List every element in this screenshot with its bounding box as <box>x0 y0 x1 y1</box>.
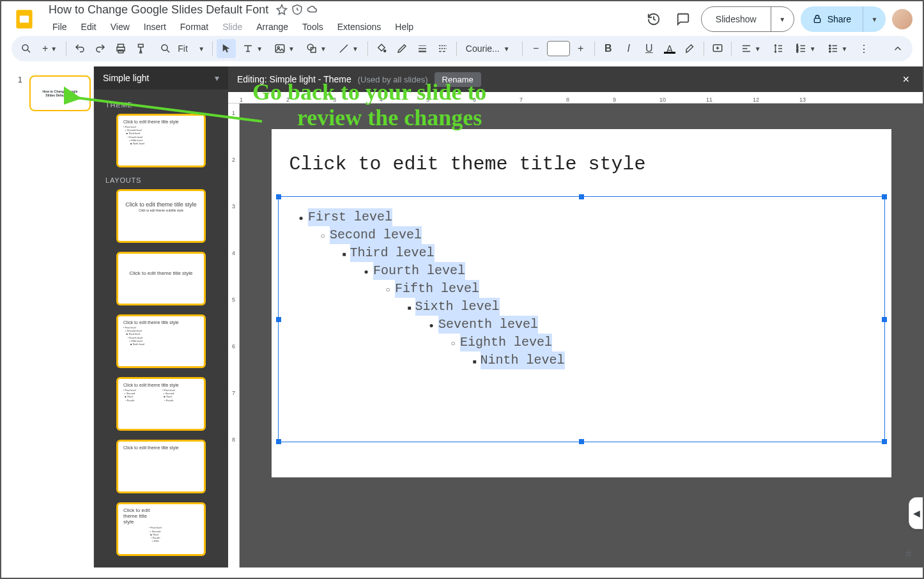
rename-button[interactable]: Rename <box>435 72 481 87</box>
theme-panel: Simple light ▾ THEME Click to edit theme… <box>94 66 228 567</box>
menu-help[interactable]: Help <box>389 19 420 35</box>
paint-format-icon[interactable] <box>132 39 151 58</box>
level-text[interactable]: Sixth level <box>415 298 500 316</box>
theme-section-label: THEME <box>105 101 219 109</box>
close-icon[interactable]: ✕ <box>898 72 914 87</box>
svg-point-7 <box>162 45 167 50</box>
border-dash-icon[interactable] <box>433 39 452 58</box>
border-color-icon[interactable] <box>392 39 412 58</box>
menu-format[interactable]: Format <box>174 19 215 35</box>
svg-point-18 <box>829 48 830 49</box>
level-text[interactable]: Fourth level <box>373 262 465 280</box>
print-icon[interactable] <box>111 39 130 58</box>
resize-handle[interactable] <box>276 194 281 199</box>
vertical-ruler[interactable]: 12345678 <box>228 104 240 567</box>
comment-icon[interactable] <box>672 8 695 31</box>
level-text[interactable]: Second level <box>330 226 422 244</box>
search-icon[interactable] <box>17 39 36 58</box>
share-button[interactable]: Share <box>801 9 863 29</box>
underline-icon[interactable]: U <box>640 39 659 58</box>
line-tool[interactable]: ▼ <box>333 39 364 58</box>
resize-handle[interactable] <box>276 317 281 322</box>
layout-thumb[interactable]: Click to edit theme title style • First … <box>116 314 206 368</box>
level-text[interactable]: Fifth level <box>395 280 479 298</box>
svg-rect-8 <box>275 45 284 52</box>
resize-handle[interactable] <box>276 439 281 444</box>
select-tool[interactable] <box>217 39 236 58</box>
menu-insert[interactable]: Insert <box>137 19 173 35</box>
filmstrip: 1 How to Change Google Slides Default Fo… <box>1 66 94 567</box>
slideshow-dropdown[interactable]: ▼ <box>771 7 794 31</box>
menu-extensions[interactable]: Extensions <box>331 19 387 35</box>
layout-thumb[interactable]: Click to edittheme titlestyle • First le… <box>116 502 206 556</box>
history-icon[interactable] <box>642 8 665 31</box>
layout-thumb[interactable]: Click to edit theme title style • First … <box>116 377 206 431</box>
zoom-level[interactable]: Fit <box>178 43 196 54</box>
image-tool[interactable]: ▼ <box>269 39 300 58</box>
layout-thumb[interactable]: Click to edit theme title style Click to… <box>116 189 206 243</box>
menu-file[interactable]: File <box>46 19 73 35</box>
theme-menu-icon[interactable]: ▾ <box>215 73 219 83</box>
insert-comment-icon[interactable] <box>708 39 727 58</box>
cloud-icon[interactable] <box>307 4 318 15</box>
font-size-decrease[interactable]: − <box>527 39 546 58</box>
line-spacing-icon[interactable] <box>767 39 789 58</box>
thumb-text: Slides Default Font <box>33 93 87 97</box>
font-family-dropdown[interactable]: Courie... ▼ <box>461 43 518 54</box>
svg-point-12 <box>384 50 386 52</box>
redo-icon[interactable] <box>91 39 110 58</box>
star-icon[interactable] <box>276 4 288 15</box>
slides-logo[interactable] <box>12 6 37 32</box>
level-text[interactable]: Seventh level <box>438 316 538 334</box>
shape-tool[interactable]: ▼ <box>301 39 332 58</box>
resize-handle[interactable] <box>882 194 887 199</box>
account-avatar[interactable] <box>892 9 912 29</box>
title-placeholder[interactable]: Click to edit theme title style <box>289 153 874 175</box>
numbered-list-icon[interactable]: 123▼ <box>790 39 821 58</box>
layout-thumb[interactable]: Click to edit theme title style <box>116 252 206 305</box>
menu-tools[interactable]: Tools <box>296 19 330 35</box>
menu-view[interactable]: View <box>104 19 136 35</box>
font-size-input[interactable] <box>547 41 570 56</box>
italic-icon[interactable]: I <box>619 39 638 58</box>
level-text[interactable]: Ninth level <box>481 351 565 369</box>
more-tools-icon[interactable]: ⋮ <box>854 39 874 58</box>
slideshow-button[interactable]: Slideshow <box>702 9 771 29</box>
usage-label: (Used by all slides) <box>358 75 428 84</box>
theme-master-thumb[interactable]: Click to edit theme title style • First … <box>116 114 206 167</box>
slide-number-indicator[interactable]: # <box>905 548 911 560</box>
bulleted-list-icon[interactable]: ▼ <box>822 39 853 58</box>
menu-edit[interactable]: Edit <box>75 19 103 35</box>
level-text[interactable]: Eighth level <box>460 334 552 351</box>
side-panel-toggle[interactable]: ◀ <box>909 497 924 529</box>
zoom-dropdown[interactable]: ▼ <box>198 45 204 52</box>
undo-icon[interactable] <box>70 39 89 58</box>
align-icon[interactable]: ▼ <box>735 39 766 58</box>
document-title[interactable]: How to Change Google Slides Default Font <box>45 2 272 18</box>
menu-arrange[interactable]: Arrange <box>250 19 295 35</box>
fill-color-icon[interactable] <box>372 39 391 58</box>
highlight-icon[interactable] <box>681 39 700 58</box>
horizontal-ruler[interactable]: 12345678910111213 <box>228 92 923 104</box>
slide-canvas[interactable]: Click to edit theme title style First le… <box>272 129 891 477</box>
level-text[interactable]: Third level <box>350 244 435 262</box>
resize-handle[interactable] <box>579 194 584 199</box>
toolbar: +▼ Fit ▼ ▼ ▼ ▼ ▼ Courie... ▼ − + B I U A… <box>12 36 912 61</box>
body-placeholder[interactable]: First level Second level Third level Fou… <box>278 196 885 442</box>
share-dropdown[interactable]: ▼ <box>863 6 886 32</box>
layout-thumb[interactable]: Click to edit theme title style <box>116 440 206 493</box>
resize-handle[interactable] <box>579 439 584 444</box>
bold-icon[interactable]: B <box>599 39 618 58</box>
border-weight-icon[interactable] <box>413 39 432 58</box>
collapse-toolbar-icon[interactable] <box>888 39 907 58</box>
font-size-increase[interactable]: + <box>571 39 590 58</box>
move-icon[interactable] <box>291 4 303 15</box>
zoom-icon[interactable] <box>156 39 175 58</box>
textbox-tool[interactable]: ▼ <box>237 39 268 58</box>
text-color-icon[interactable]: A <box>660 39 679 58</box>
slide-thumbnail-1[interactable]: How to Change Google Slides Default Font <box>29 75 91 111</box>
new-slide-button[interactable]: +▼ <box>37 39 62 58</box>
resize-handle[interactable] <box>882 317 887 322</box>
level-text[interactable]: First level <box>308 208 392 226</box>
resize-handle[interactable] <box>882 439 887 444</box>
